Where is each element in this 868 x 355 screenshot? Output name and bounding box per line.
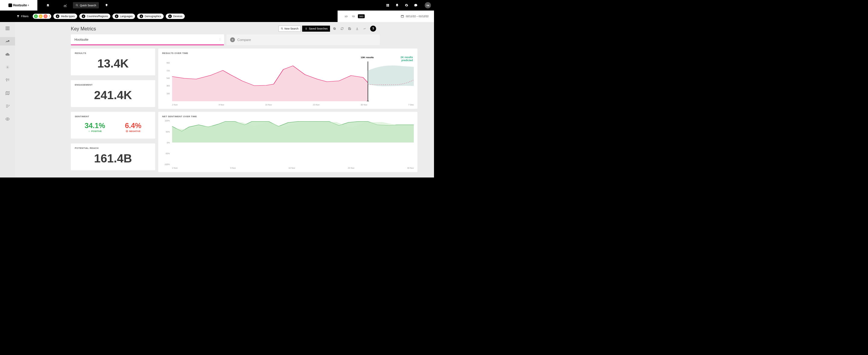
svg-point-10 <box>6 79 7 80</box>
add-icon: + <box>230 37 235 42</box>
filter-pill-countries[interactable]: 0Countries/Regions <box>79 13 110 19</box>
reach-value: 161.4B <box>94 153 132 165</box>
svg-rect-1 <box>386 4 388 5</box>
rail-demographics[interactable] <box>0 76 15 85</box>
rail-list[interactable] <box>0 102 15 110</box>
saved-searches-button[interactable]: Saved Searches <box>302 26 330 32</box>
quick-search[interactable]: Quick Search <box>73 2 99 8</box>
results-x-axis: 2 Nov 9 Nov 16 Nov 23 Nov 30 Nov 7 Dec <box>172 103 414 106</box>
date-range-text: 02/11/22 – 01/12/22 <box>406 15 429 18</box>
results-y-axis: 900 720 540 360 180 <box>163 63 171 101</box>
sentiment-x-axis: 2 Nov 9 Nov 16 Nov 23 Nov 30 Nov <box>172 167 414 169</box>
apps-icon[interactable] <box>386 3 390 7</box>
range-1d[interactable]: 1D <box>343 14 349 19</box>
range-7d[interactable]: 7D <box>350 14 356 19</box>
positive-face-icon: ☺ <box>34 14 38 19</box>
left-rail <box>0 22 15 178</box>
filters-toggle[interactable]: Filters <box>17 15 29 18</box>
sentiment-negative-label: ☹NEGATIVE <box>125 130 141 133</box>
filter-pill-media[interactable]: 0Media types <box>53 13 77 19</box>
svg-rect-4 <box>388 5 389 7</box>
user-avatar[interactable]: TR <box>425 2 431 8</box>
owl-icon <box>8 4 12 7</box>
results-annot-right: 2K results predicted <box>401 56 413 62</box>
sentiment-y-axis: 100% 50% 0% -50% -100% <box>163 121 171 165</box>
filter-pill-devices[interactable]: 0Devices <box>166 13 185 19</box>
svg-rect-2 <box>388 4 389 5</box>
svg-rect-8 <box>8 27 9 30</box>
bulb-icon <box>105 4 108 7</box>
quick-search-label: Quick Search <box>80 4 96 7</box>
rail-lights[interactable] <box>0 63 15 71</box>
rail-analytics[interactable] <box>0 37 15 45</box>
list-icon <box>305 27 307 30</box>
brand-name: Hootsuite <box>13 4 27 7</box>
rail-map[interactable] <box>0 89 15 97</box>
home-icon <box>46 4 50 7</box>
rail-preview[interactable] <box>0 115 15 123</box>
results-chart-title: RESULTS OVER TIME <box>162 52 413 55</box>
neutral-face-icon: • <box>39 14 43 19</box>
filter-pill-demographics[interactable]: 0Demographics <box>137 13 164 19</box>
rail-streams[interactable] <box>0 24 15 33</box>
results-over-time-card: RESULTS OVER TIME 13K results 2K results… <box>158 49 417 109</box>
download-icon <box>355 27 359 30</box>
smile-icon: ☺ <box>88 130 90 133</box>
main-content: Key Metrics New Search Saved Searches ? … <box>15 22 434 178</box>
alert-icon: ! <box>49 14 50 19</box>
results-label: RESULTS <box>75 52 151 55</box>
download-button[interactable] <box>354 26 360 32</box>
search-icon <box>76 4 79 7</box>
trend-icon <box>363 27 366 30</box>
results-chart-body <box>172 62 414 101</box>
frown-icon: ☹ <box>126 130 128 133</box>
sentiment-chart-body <box>172 120 414 165</box>
sentiment-label: SENTIMENT <box>75 115 151 118</box>
sentiment-card: SENTIMENT 34.1% ☺POSITIVE 6.4% ☹NEGATIVE <box>71 112 155 139</box>
copy-button[interactable] <box>332 26 338 32</box>
rail-cloud[interactable] <box>0 50 15 59</box>
svg-rect-14 <box>334 28 335 29</box>
sentiment-positive-value: 34.1% <box>85 122 105 130</box>
search-term-label: Hootsuite <box>74 37 88 41</box>
brand-logo[interactable]: Hootsuite ® <box>0 0 37 10</box>
search-icon <box>281 27 283 30</box>
refresh-button[interactable] <box>339 26 345 32</box>
tab-menu-icon[interactable]: ⋮ <box>218 37 221 41</box>
refresh-icon <box>341 27 344 30</box>
svg-rect-7 <box>7 27 8 30</box>
engagement-label: ENGAGEMENT <box>75 84 151 86</box>
sentiment-negative-value: 6.4% <box>125 122 141 130</box>
filter-pill-languages[interactable]: 0Languages <box>113 13 135 19</box>
funnel-icon <box>17 15 20 18</box>
sentiment-chart-title: NET SENTIMENT OVER TIME <box>162 115 413 118</box>
svg-rect-13 <box>334 28 336 30</box>
top-bar: Hootsuite ® Quick Search TR <box>0 0 434 10</box>
date-range-panel: 1D 7D 30D 02/11/22 – 01/12/22 <box>338 10 434 22</box>
svg-rect-3 <box>386 5 388 7</box>
page-title: Key Metrics <box>71 26 96 32</box>
save-button[interactable] <box>347 26 352 32</box>
sentiment-filter-chip[interactable]: ☺ • ☹ ! <box>33 14 52 19</box>
chat-icon[interactable] <box>414 3 418 7</box>
home-button[interactable] <box>37 0 59 10</box>
help-button[interactable]: ? <box>370 26 376 32</box>
svg-point-0 <box>76 4 78 6</box>
hints-nav[interactable] <box>100 0 113 10</box>
net-sentiment-card: NET SENTIMENT OVER TIME 100% 50% 0% -50%… <box>158 112 417 172</box>
reach-label: POTENTIAL REACH <box>75 147 151 150</box>
svg-point-12 <box>281 28 283 29</box>
svg-rect-6 <box>6 27 7 30</box>
settings-icon[interactable] <box>404 3 408 7</box>
trend-button[interactable] <box>362 26 368 32</box>
range-30d[interactable]: 30D <box>358 14 365 19</box>
svg-point-9 <box>7 67 8 68</box>
compare-tab[interactable]: + Compare <box>227 34 380 45</box>
analytics-nav[interactable] <box>59 0 72 10</box>
notifications-icon[interactable] <box>395 3 399 7</box>
search-term-tab[interactable]: Hootsuite ⋮ <box>71 34 224 45</box>
results-annot-left: 13K results <box>361 56 374 59</box>
engagement-value: 241.4K <box>94 89 132 102</box>
date-range-picker[interactable]: 02/11/22 – 01/12/22 <box>401 15 429 18</box>
new-search-button[interactable]: New Search <box>278 26 301 32</box>
